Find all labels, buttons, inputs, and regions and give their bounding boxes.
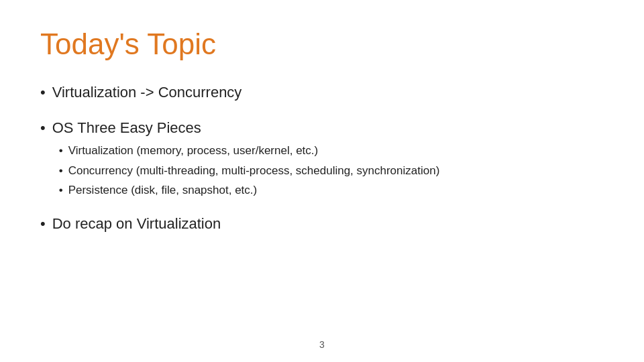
sub-bullet-2-1: • Virtualization (memory, process, user/… <box>59 142 440 160</box>
sub-bullet-2-2: • Concurrency (multi-threading, multi-pr… <box>59 162 440 180</box>
bullet-dot-3: • <box>40 214 46 235</box>
bullet-dot-1: • <box>40 82 46 103</box>
page-number: 3 <box>319 339 325 350</box>
bullet-item-3: • Do recap on Virtualization <box>40 214 604 235</box>
bullet-dot-2: • <box>40 118 46 139</box>
bullet-item-2: • OS Three Easy Pieces • Virtualization … <box>40 118 604 199</box>
sub-dot-2-3: • <box>59 182 63 199</box>
sub-dot-2-2: • <box>59 162 63 180</box>
sub-bullet-text-2-2: Concurrency (multi-threading, multi-proc… <box>68 162 440 180</box>
sub-bullet-2-3: • Persistence (disk, file, snapshot, etc… <box>59 182 440 199</box>
bullet-text-1: Virtualization -> Concurrency <box>52 82 242 103</box>
sub-bullet-text-2-1: Virtualization (memory, process, user/ke… <box>68 142 319 160</box>
bullet-item-1: • Virtualization -> Concurrency <box>40 82 604 103</box>
slide: Today's Topic • Virtualization -> Concur… <box>0 0 644 362</box>
bullet-text-3: Do recap on Virtualization <box>52 214 221 235</box>
sub-dot-2-1: • <box>59 142 63 160</box>
slide-title: Today's Topic <box>40 27 604 62</box>
sub-bullets-2: • Virtualization (memory, process, user/… <box>59 142 440 199</box>
sub-bullet-text-2-3: Persistence (disk, file, snapshot, etc.) <box>68 182 258 199</box>
bullet-text-2: OS Three Easy Pieces <box>52 118 440 139</box>
